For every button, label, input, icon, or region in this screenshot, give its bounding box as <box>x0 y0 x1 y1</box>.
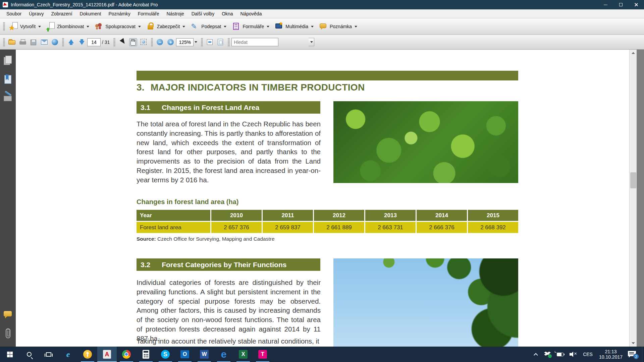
menu-soubor[interactable]: Soubor <box>3 10 25 18</box>
section-32-title: Forest Categories by Their Functions <box>162 261 286 269</box>
navigation-toolbar: / 31 − + <box>0 35 644 50</box>
notification-badge: 2 <box>633 354 639 359</box>
next-page-button[interactable] <box>78 38 86 46</box>
show-desktop-button[interactable] <box>642 347 644 362</box>
menu-formulare[interactable]: Formuláře <box>134 10 163 18</box>
task-view-button[interactable] <box>39 347 58 362</box>
print-button[interactable] <box>19 38 27 46</box>
table-header-2013: 2013 <box>365 210 416 221</box>
page-number-input[interactable] <box>87 38 101 46</box>
save-button[interactable] <box>30 38 38 46</box>
chevron-down-icon <box>87 26 89 27</box>
action-center-button[interactable]: 2 <box>628 351 636 358</box>
taskbar-app-acrobat[interactable]: A <box>97 347 117 362</box>
t-mobile-icon: T <box>258 350 267 359</box>
tray-dropbox[interactable] <box>541 347 554 362</box>
create-button[interactable]: ★ Vytvořit <box>7 21 44 32</box>
note-button[interactable]: Poznámka <box>316 21 360 32</box>
attachments-panel-icon[interactable] <box>3 328 13 339</box>
sign-button[interactable]: ✎ Podepsat <box>188 21 229 32</box>
marquee-zoom-button[interactable] <box>140 38 148 46</box>
toolbar-grip <box>62 38 64 47</box>
create-label: Vytvořit <box>20 24 36 29</box>
menu-zobrazeni[interactable]: Zobrazení <box>48 10 76 18</box>
taskbar-app-gold[interactable] <box>78 347 97 362</box>
search-dropdown-button[interactable] <box>309 38 314 46</box>
combine-button[interactable]: Zkombinovat <box>44 21 92 32</box>
taskbar-app-chrome[interactable] <box>117 347 136 362</box>
tray-expand-button[interactable] <box>532 347 541 362</box>
tray-battery[interactable] <box>554 347 567 362</box>
taskbar-app-skype[interactable]: S <box>156 347 175 362</box>
forms-button[interactable]: Formuláře <box>229 21 272 32</box>
menu-okna[interactable]: Okna <box>218 10 236 18</box>
gold-app-icon <box>83 350 92 359</box>
collaborate-label: Spolupracovat <box>105 24 136 29</box>
scroll-down-button[interactable] <box>630 340 637 347</box>
forest-foliage-photo <box>333 101 518 183</box>
clock-date: 10.10.2017 <box>599 354 623 360</box>
multimedia-icon: ★ <box>275 22 283 31</box>
comments-panel-icon[interactable] <box>3 309 13 320</box>
minimize-button[interactable] <box>598 0 613 9</box>
close-icon <box>634 3 638 7</box>
menu-upravy[interactable]: Úpravy <box>25 10 47 18</box>
upload-web-button[interactable] <box>51 38 59 46</box>
chapter-number: 3. <box>137 82 145 93</box>
secure-button[interactable]: Zabezpečit <box>144 21 188 32</box>
taskbar-app-excel[interactable]: X <box>233 347 253 362</box>
multimedia-button[interactable]: ★ Multimédia <box>272 21 316 32</box>
fit-width-button[interactable] <box>206 38 214 46</box>
maximize-button[interactable] <box>613 0 629 9</box>
chevron-down-icon <box>224 26 226 27</box>
taskbar-app-word[interactable]: W <box>195 347 214 362</box>
chevron-down-icon <box>138 26 141 27</box>
zoom-level-input[interactable] <box>176 38 194 46</box>
pen-icon: ✎ <box>191 22 199 31</box>
pdf-page[interactable]: 3.MAJOR INDICATORS IN TIMBER PRODUCTION … <box>16 50 637 347</box>
collaborate-button[interactable]: Spolupracovat <box>92 21 144 32</box>
signatures-panel-icon[interactable] <box>3 93 13 105</box>
notification-icon <box>629 352 634 353</box>
table-row-label: Forest land area <box>137 222 210 233</box>
close-button[interactable] <box>629 0 644 9</box>
select-tool-button[interactable] <box>118 38 126 46</box>
scrollbar-thumb[interactable] <box>630 172 636 188</box>
menu-dalsi-volby[interactable]: Další volby <box>188 10 218 18</box>
clock[interactable]: 21:13 10.10.2017 <box>596 349 626 360</box>
email-button[interactable] <box>40 38 48 46</box>
navigation-pane <box>0 50 16 347</box>
open-file-button[interactable] <box>8 38 16 46</box>
pages-panel-icon[interactable] <box>3 56 13 67</box>
menu-nastroje[interactable]: Nástroje <box>163 10 188 18</box>
calculator-icon <box>143 350 149 359</box>
scroll-up-button[interactable] <box>630 50 637 56</box>
taskbar-app-outlook[interactable]: O <box>175 347 195 362</box>
taskbar-search-button[interactable] <box>19 347 39 362</box>
fit-page-button[interactable] <box>217 38 225 46</box>
source-text: Czech Office for Surveying, Mapping and … <box>156 236 275 242</box>
vertical-scrollbar[interactable] <box>629 50 637 347</box>
zoom-dropdown-icon[interactable] <box>195 41 197 43</box>
menu-napoveda[interactable]: Nápověda <box>237 10 266 18</box>
taskbar-app-t-mobile[interactable]: T <box>253 347 272 362</box>
hand-tool-button[interactable] <box>129 38 137 46</box>
menu-dokument[interactable]: Dokument <box>76 10 105 18</box>
zoom-in-button[interactable]: + <box>167 38 175 46</box>
dropbox-icon <box>544 352 551 357</box>
taskbar-app-edge[interactable]: e <box>214 347 233 362</box>
previous-page-button[interactable] <box>67 38 75 46</box>
tray-volume[interactable] <box>567 347 580 362</box>
menu-poznamky[interactable]: Poznámky <box>105 10 134 18</box>
taskbar-app-internet-explorer[interactable]: e <box>58 347 78 362</box>
search-input[interactable] <box>231 38 278 46</box>
start-button[interactable] <box>0 347 19 362</box>
bookmarks-panel-icon[interactable] <box>3 74 13 86</box>
comment-bubble-icon <box>319 22 328 31</box>
language-indicator[interactable]: CES <box>580 347 596 362</box>
table-header-year: Year <box>137 210 210 221</box>
section-31-paragraph: The total area of forest land in the Cze… <box>137 119 321 185</box>
taskbar-app-calculator[interactable] <box>136 347 156 362</box>
zoom-out-button[interactable]: − <box>156 38 164 46</box>
section-32-banner: 3.2 Forest Categories by Their Functions <box>137 258 320 271</box>
